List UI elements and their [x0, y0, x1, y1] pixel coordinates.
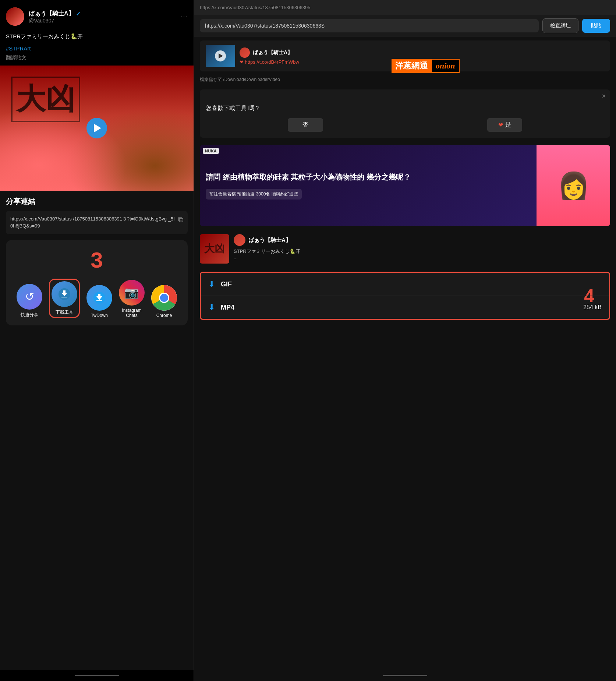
post-info: ばぁう【騎士A】 STPRファミリーおみくじ🐍开 ...	[234, 234, 610, 260]
ad-cta-text: 前往會員名稱 預備抽選 3000名 贈與約好這些	[209, 191, 298, 197]
username: ばぁう【騎士A】 ✓	[29, 10, 176, 18]
post-more: ...	[234, 255, 610, 260]
chrome-label: Chrome	[156, 313, 172, 318]
ad-cta-box[interactable]: 前往會員名稱 預備抽選 3000名 贈與約好這些	[206, 189, 302, 200]
hashtag[interactable]: #STPRArt	[0, 44, 194, 53]
yes-label: 是	[505, 121, 511, 129]
post-avatar	[234, 234, 245, 246]
heart-icon: ❤	[498, 121, 503, 128]
share-url-box: https://x.com/Vau0307/status /1875081153…	[6, 211, 188, 234]
download-gif-label: GIF	[221, 280, 232, 288]
download-gif-arrow: ⬇	[208, 279, 215, 289]
dialog-box: × 您喜歡下載工具 嗎？ 否 ❤ 是	[200, 89, 610, 138]
step-3-label: 3	[10, 247, 184, 273]
left-bottom-bar	[0, 670, 194, 681]
home-indicator	[75, 675, 119, 676]
video-play-btn[interactable]	[215, 50, 226, 61]
download-mp4-size: 254 kB	[583, 304, 602, 311]
ad-banner: NUKA 請問 經由植物萃取的硅素 其粒子大小為礦物性的 幾分之幾呢？ 前往會員…	[200, 145, 610, 226]
ad-brand: NUKA	[203, 148, 219, 154]
app-icons-row: ↺ 快速分享 下載工具	[10, 279, 184, 318]
paste-button[interactable]: 貼貼	[582, 19, 610, 33]
top-bar-url: https://x.com/Vau0307/status/18750811530…	[200, 5, 310, 10]
more-icon[interactable]: ⋯	[180, 12, 188, 21]
download-mp4-arrow: ⬇	[208, 303, 215, 312]
post-text: STPRファミリーおみくじ🐍开	[234, 248, 610, 255]
twdown-label: TwDown	[91, 313, 108, 318]
download-mp4-label: MP4	[221, 304, 234, 311]
user-info: ばぁう【騎士A】 ✓ @Vau0307	[29, 10, 176, 24]
app-instagram[interactable]: 📷 Instagram Chats	[119, 280, 145, 318]
left-panel: ばぁう【騎士A】 ✓ @Vau0307 ⋯ STPRファミリーおみくじ🐍开 #S…	[0, 0, 194, 681]
app-twdown[interactable]: TwDown	[86, 285, 112, 318]
download-icon	[52, 281, 77, 307]
app-icons-container: 3 ↺ 快速分享	[6, 240, 188, 325]
share-section: 分享連結 https://x.com/Vau0307/status /18750…	[0, 191, 194, 670]
twdown-icon	[86, 285, 112, 311]
play-button[interactable]	[86, 118, 107, 138]
download-gif-item[interactable]: ⬇ GIF	[201, 273, 609, 296]
verified-badge: ✓	[76, 10, 81, 17]
kuaisu-label: 快速分享	[21, 312, 38, 318]
dialog-question: 您喜歡下載工具 嗎？	[200, 102, 610, 118]
post-username: ばぁう【騎士A】	[248, 237, 291, 244]
tweet-header: ばぁう【騎士A】 ✓ @Vau0307 ⋯	[0, 0, 194, 29]
post-preview: 大凶 ばぁう【騎士A】 STPRファミリーおみくじ🐍开 ...	[194, 230, 616, 268]
post-kanji: 大凶	[204, 242, 225, 256]
onion-en: onion	[431, 59, 460, 73]
right-bottom-bar	[194, 670, 616, 681]
dialog-close-button[interactable]: ×	[200, 89, 610, 102]
post-user-row: ばぁう【騎士A】	[234, 234, 610, 246]
dialog-buttons: 否 ❤ 是	[200, 118, 610, 138]
share-url-text: https://x.com/Vau0307/status /1875081153…	[10, 215, 175, 230]
instagram-label: Instagram Chats	[122, 308, 141, 318]
video-thumbnail	[206, 45, 235, 67]
url-bar: 檢查網址 貼貼	[194, 15, 616, 37]
post-thumbnail: 大凶	[200, 234, 229, 264]
instagram-icon: 📷	[119, 280, 145, 306]
video-username: ばぁう【騎士A】	[253, 49, 293, 56]
ad-image: 👩	[537, 145, 610, 226]
onion-banner: 洋蔥網通 onion	[392, 59, 460, 73]
copy-icon[interactable]: ⧉	[178, 215, 183, 224]
app-kuaisu[interactable]: ↺ 快速分享	[17, 284, 42, 318]
tweet-image: 大凶	[0, 66, 194, 191]
chrome-icon	[151, 285, 177, 311]
download-options: 4 ⬇ GIF ⬇ MP4 254 kB	[200, 272, 610, 320]
check-url-button[interactable]: 檢查網址	[542, 18, 578, 33]
app-download[interactable]: 下載工具	[49, 279, 80, 318]
video-user-row: ばぁう【騎士A】	[240, 47, 604, 58]
dialog-yes-button[interactable]: ❤ 是	[487, 118, 522, 132]
onion-cn: 洋蔥網通	[392, 59, 431, 73]
handle: @Vau0307	[29, 18, 176, 24]
app-chrome[interactable]: Chrome	[151, 285, 177, 318]
translate-link[interactable]: 翻譯貼文	[0, 53, 194, 66]
dialog-no-button[interactable]: 否	[288, 118, 323, 132]
kuaisu-icon: ↺	[17, 284, 42, 310]
kanji-watermark: 大凶	[11, 77, 80, 122]
save-path: 檔案儲存至 /Download/DownloaderVideo	[194, 75, 616, 86]
share-title: 分享連結	[6, 197, 188, 207]
ad-title: 請問 經由植物萃取的硅素 其粒子大小為礦物性的 幾分之幾呢？	[206, 172, 531, 182]
avatar	[6, 7, 24, 26]
url-input[interactable]	[200, 19, 539, 32]
right-top-bar: https://x.com/Vau0307/status/18750811530…	[194, 0, 616, 15]
right-panel: https://x.com/Vau0307/status/18750811530…	[194, 0, 616, 681]
ad-content: 請問 經由植物萃取的硅素 其粒子大小為礦物性的 幾分之幾呢？ 前往會員名稱 預備…	[200, 166, 537, 205]
download-label: 下載工具	[56, 309, 73, 315]
tweet-text: STPRファミリーおみくじ🐍开	[0, 29, 194, 44]
video-avatar	[240, 47, 250, 58]
svg-rect-2	[61, 297, 67, 297]
right-home-indicator	[383, 675, 427, 676]
download-mp4-item[interactable]: ⬇ MP4 254 kB	[201, 296, 609, 319]
svg-rect-5	[96, 300, 102, 301]
